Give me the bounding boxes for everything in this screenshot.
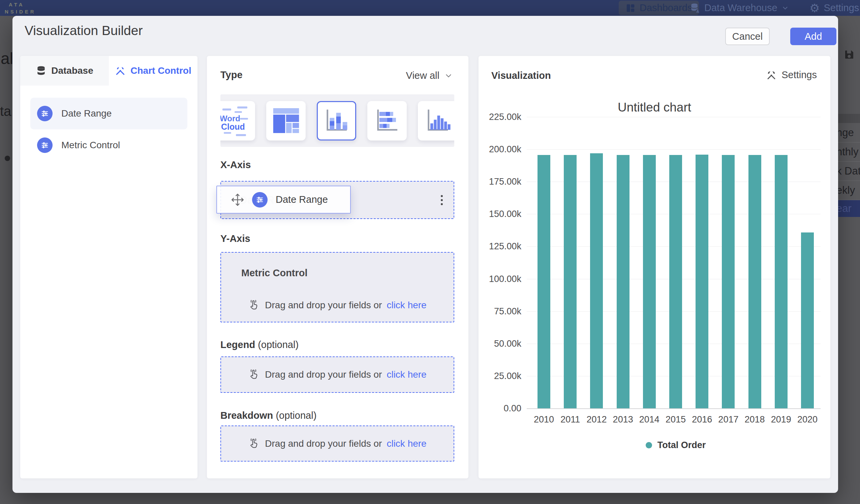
modal-title: Visualization Builder	[25, 23, 143, 38]
tab-chart-control[interactable]: Chart Control	[109, 56, 198, 86]
legend-dropzone[interactable]: Drag and drop your fields or click here	[220, 357, 454, 393]
stacked-column-icon	[323, 107, 350, 134]
move-icon	[230, 193, 245, 207]
drop-hint-text: Drag and drop your fields or	[265, 369, 382, 380]
settings-tools-icon	[766, 70, 777, 81]
nav-settings-label: Settings	[823, 2, 859, 13]
bar-slot	[715, 117, 741, 408]
plot-area: 225.00k200.00k175.00k150.00k125.00k100.0…	[531, 117, 820, 408]
y-axis-group-label: Metric Control	[241, 268, 308, 278]
chevron-down-icon	[444, 71, 453, 80]
chart-type-treemap[interactable]	[266, 101, 306, 141]
dashboards-icon	[626, 3, 635, 13]
x-axis-dropzone[interactable]: Date Range Date Range	[220, 181, 454, 219]
builder-panel: Type View all Word Cloud	[207, 56, 469, 478]
background-bullet	[5, 156, 10, 161]
cancel-button[interactable]: Cancel	[725, 28, 770, 45]
dragged-chip-date-range[interactable]: Date Range	[216, 186, 351, 214]
click-here-link[interactable]: click here	[387, 300, 426, 311]
chart-type-stacked-bar[interactable]	[367, 101, 407, 141]
bar-slot	[768, 117, 794, 408]
click-here-link[interactable]: click here	[387, 369, 426, 380]
add-button[interactable]: Add	[790, 28, 836, 45]
background-text-fragment: ta	[0, 104, 11, 119]
tune-icon	[37, 138, 53, 153]
breakdown-section-title: Breakdown (optional)	[220, 410, 316, 421]
database-icon	[36, 66, 46, 76]
bar-2020	[801, 232, 814, 408]
background-band	[838, 114, 860, 123]
x-axis-tick-label: 2011	[557, 414, 583, 425]
chart-type-column[interactable]	[418, 101, 454, 141]
y-axis-tick-label: 50.00k	[494, 338, 521, 349]
x-axis-tick-label: 2020	[794, 414, 820, 425]
dragged-chip-label: Date Range	[276, 194, 328, 205]
tune-icon	[37, 106, 53, 121]
x-axis-section-title: X-Axis	[220, 159, 251, 171]
field-item-label: Metric Control	[61, 140, 120, 150]
bar-slot	[689, 117, 715, 408]
x-axis-tick-label: 2013	[610, 414, 636, 425]
nav-item-settings: ⚙ Settings	[809, 0, 859, 16]
bar-slot	[742, 117, 768, 408]
breakdown-title-text: Breakdown	[220, 410, 273, 421]
x-axis-tick-label: 2010	[531, 414, 557, 425]
chart-control-field-list: Date Range Metric Control	[20, 86, 198, 161]
x-axis-tick-label: 2012	[583, 414, 610, 425]
bar-2015	[669, 155, 682, 408]
field-item-date-range[interactable]: Date Range	[30, 98, 187, 129]
x-axis-tick-label: 2016	[689, 414, 715, 425]
stacked-bar-icon	[373, 107, 401, 134]
field-item-label: Date Range	[61, 108, 112, 119]
nav-item-dashboards: Dashboards	[619, 1, 699, 15]
chart-type-stacked-column-selected[interactable]	[317, 101, 356, 141]
bar-2010	[538, 155, 550, 408]
chart-settings-button[interactable]: Settings	[766, 69, 817, 81]
bar-slot	[794, 117, 820, 408]
field-item-metric-control[interactable]: Metric Control	[30, 129, 187, 161]
bar-2013	[617, 155, 630, 408]
nav-item-data-warehouse: Data Warehouse	[689, 0, 789, 16]
bar-2017	[722, 155, 735, 408]
y-axis-dropzone[interactable]: Metric Control Drag and drop your fields…	[220, 252, 454, 322]
legend-section-title: Legend (optional)	[220, 339, 299, 350]
logo-line-1: ATA	[5, 1, 36, 8]
view-all-dropdown[interactable]: View all	[406, 70, 453, 81]
y-axis-tick-label: 125.00k	[489, 241, 521, 252]
click-here-link[interactable]: click here	[387, 438, 426, 449]
breakdown-dropzone[interactable]: Drag and drop your fields or click here	[220, 426, 454, 462]
bar-2018	[748, 155, 761, 408]
fields-panel: Database Chart Control Date Range Metric…	[20, 56, 198, 478]
x-axis-tick-label: 2018	[742, 414, 768, 425]
treemap-icon	[272, 107, 300, 134]
drop-hint-text: Drag and drop your fields or	[265, 300, 382, 311]
tab-database-label: Database	[51, 66, 94, 76]
y-axis-tick-label: 150.00k	[489, 209, 521, 219]
y-axis-tick-label: 100.00k	[489, 274, 521, 284]
background-text-fragment: al	[1, 49, 13, 68]
legend-optional-text: (optional)	[258, 339, 299, 350]
bar-series	[531, 117, 820, 408]
bar-slot	[583, 117, 610, 408]
bar-slot	[610, 117, 636, 408]
kebab-menu-icon[interactable]	[439, 193, 445, 207]
y-axis-tick-label: 225.00k	[489, 112, 521, 122]
bar-2019	[775, 155, 788, 408]
column-chart-icon	[424, 107, 452, 134]
visualization-panel-title: Visualization	[491, 70, 551, 81]
tap-hand-icon	[248, 299, 260, 311]
chevron-down-icon	[782, 4, 789, 12]
x-axis-tick-label: 2019	[768, 414, 794, 425]
breakdown-optional-text: (optional)	[276, 410, 316, 421]
x-axis-tick-label: 2014	[636, 414, 662, 425]
bar-slot	[636, 117, 662, 408]
tab-database[interactable]: Database	[20, 56, 109, 86]
chart-type-word-cloud[interactable]: Word Cloud	[220, 101, 255, 141]
top-navbar: ATA NSIDER Dashboards Data Warehouse ⚙ S…	[0, 0, 860, 16]
tap-hand-icon	[248, 438, 260, 450]
tools-icon	[115, 66, 126, 76]
logo-line-2: NSIDER	[5, 8, 36, 15]
gear-icon: ⚙	[809, 2, 820, 14]
bar-slot	[557, 117, 583, 408]
x-axis-tick-label: 2015	[662, 414, 689, 425]
